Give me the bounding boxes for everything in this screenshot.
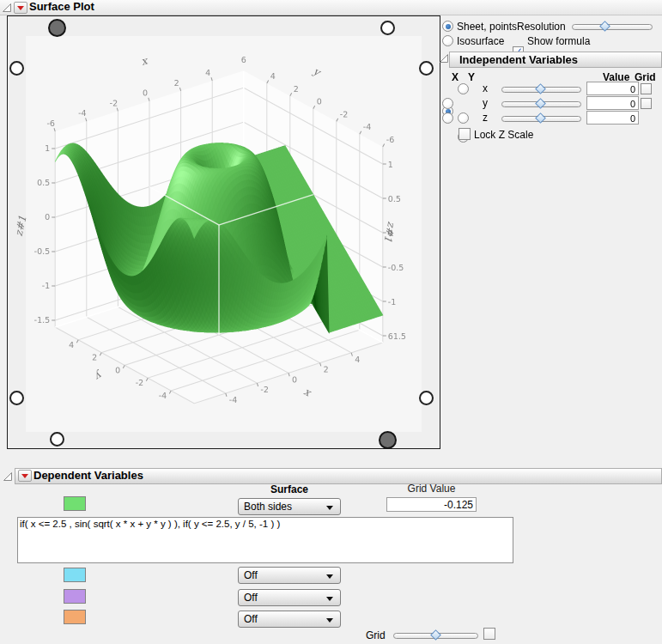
dependent-2-color-swatch[interactable]: [64, 568, 86, 582]
x-row-label: x: [483, 82, 488, 94]
formula-editor[interactable]: if( x <= 2.5 , sin( sqrt( x * x + y * y …: [17, 517, 513, 563]
rotation-handle-right-lower[interactable]: [419, 391, 434, 405]
z-row-label: z: [483, 112, 488, 124]
grid-value-header: Grid Value: [386, 483, 477, 495]
rotation-handle-left-lower[interactable]: [9, 391, 24, 405]
rotation-handle-top-right[interactable]: [380, 21, 395, 35]
sheet-points-radio[interactable]: [442, 21, 453, 32]
dependent-4-mode-value: Off: [244, 613, 258, 625]
dropdown-arrow-icon: [326, 597, 333, 601]
dependent-2-mode-value: Off: [244, 569, 258, 581]
y-axis-x-radio[interactable]: [442, 98, 453, 109]
dependent-4-mode-dropdown[interactable]: Off: [238, 611, 341, 628]
surface-column-header: Surface: [238, 483, 341, 495]
rotation-handle-right-upper[interactable]: [419, 61, 434, 76]
dependent-4-color-swatch[interactable]: [64, 610, 86, 624]
surface-mode-value: Both sides: [244, 501, 292, 513]
independent-variables-title: Independent Variables: [459, 53, 578, 66]
y-value-field[interactable]: [586, 96, 639, 110]
x-value-field[interactable]: [586, 82, 639, 95]
grid-value-field[interactable]: [386, 497, 477, 512]
surface-mode-dropdown[interactable]: Both sides: [238, 498, 341, 515]
red-triangle-menu-button[interactable]: [14, 2, 27, 14]
x-grid-checkbox[interactable]: [641, 83, 652, 94]
surface-plot-window: Surface Plot Sheet, points Resolution Is…: [0, 0, 662, 644]
page-title: Surface Plot: [29, 0, 94, 13]
dependent-3-color-swatch[interactable]: [64, 589, 86, 604]
grid-slider[interactable]: [393, 630, 478, 641]
y-column-header: Y: [468, 71, 475, 83]
independent-variables-header[interactable]: Independent Variables: [449, 52, 662, 68]
y-slider[interactable]: [501, 99, 581, 109]
z-axis-x-radio[interactable]: [442, 112, 453, 124]
sheet-points-label: Sheet, points: [457, 21, 517, 33]
surface-plot-header: [0, 0, 662, 15]
isosurface-radio[interactable]: [442, 35, 453, 46]
dependent-2-mode-dropdown[interactable]: Off: [238, 567, 341, 584]
z-slider[interactable]: [501, 113, 581, 124]
grid-slider-label: Grid: [366, 629, 386, 641]
disclosure-triangle-icon[interactable]: [2, 3, 12, 13]
resolution-slider-track[interactable]: [572, 24, 653, 30]
y-grid-checkbox[interactable]: [641, 98, 652, 109]
dependent-3-mode-dropdown[interactable]: Off: [238, 589, 341, 606]
x-column-header: X: [452, 71, 459, 83]
resolution-label: Resolution: [517, 21, 566, 33]
surface-3d-canvas[interactable]: [8, 16, 440, 448]
x-axis-y-radio[interactable]: [458, 83, 469, 94]
dependent-3-mode-value: Off: [244, 592, 258, 604]
dropdown-arrow-icon: [326, 506, 333, 510]
dependent-vars-disclosure-icon[interactable]: [3, 471, 13, 482]
z-axis-y-radio[interactable]: [458, 112, 469, 124]
z-value-field[interactable]: [586, 111, 639, 125]
lock-z-scale-label: Lock Z Scale: [474, 129, 533, 141]
independent-vars-disclosure-icon[interactable]: [439, 53, 449, 64]
plot-3d-frame: [7, 15, 440, 449]
lock-z-scale-checkbox[interactable]: [459, 128, 471, 140]
rotation-handle-left-upper[interactable]: [9, 61, 24, 76]
resolution-slider[interactable]: [572, 21, 653, 32]
x-slider[interactable]: [501, 84, 581, 94]
surface-color-swatch[interactable]: [64, 496, 86, 511]
show-formula-label: Show formula: [527, 35, 590, 47]
rotation-handle-bottom-left[interactable]: [50, 432, 64, 447]
y-row-label: y: [483, 97, 488, 109]
dropdown-arrow-icon: [326, 618, 333, 623]
dependent-vars-red-triangle-button[interactable]: [18, 470, 32, 482]
dropdown-arrow-icon: [326, 574, 333, 579]
isosurface-label: Isosurface: [457, 35, 504, 47]
rotation-handle-top[interactable]: [48, 19, 66, 37]
dependent-variables-title: Dependent Variables: [33, 469, 143, 482]
grid-display-checkbox[interactable]: [483, 628, 495, 640]
rotation-handle-bottom[interactable]: [379, 431, 397, 449]
